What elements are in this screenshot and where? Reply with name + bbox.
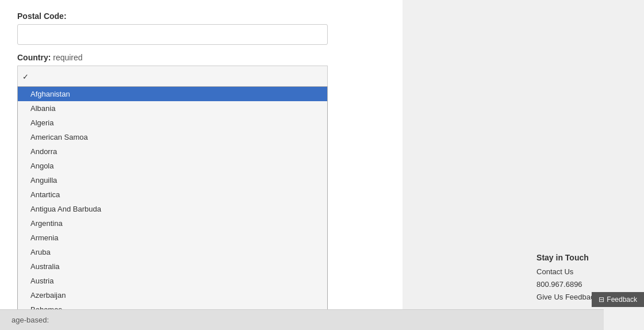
feedback-icon: ⊟ <box>599 296 604 304</box>
list-item[interactable]: Argentina <box>18 216 327 231</box>
stay-in-touch-section: Stay in Touch Contact Us 800.967.6896 Gi… <box>536 253 598 304</box>
list-item[interactable]: Anguilla <box>18 173 327 187</box>
postal-code-label: Postal Code: <box>17 11 385 21</box>
stay-in-touch-title: Stay in Touch <box>536 253 598 262</box>
feedback-label: Feedback <box>607 296 637 304</box>
list-item[interactable]: Albania <box>18 101 327 116</box>
contact-us-link[interactable]: Contact Us <box>536 266 598 278</box>
postal-code-group: Postal Code: <box>17 11 385 45</box>
list-item[interactable]: Afghanistan <box>18 87 327 101</box>
list-item[interactable]: Armenia <box>18 231 327 245</box>
country-label: Country: required <box>17 53 385 62</box>
list-item[interactable]: American Samoa <box>18 130 327 144</box>
list-item[interactable]: Antigua And Barbuda <box>18 202 327 216</box>
list-item[interactable]: Algeria <box>18 116 327 130</box>
bottom-text: age-based: <box>12 316 49 324</box>
list-item[interactable]: Antartica <box>18 187 327 202</box>
list-item[interactable]: Andorra <box>18 144 327 159</box>
feedback-button[interactable]: ⊟ Feedback <box>592 292 644 307</box>
list-item[interactable]: Australia <box>18 259 327 274</box>
bottom-bar: age-based: <box>0 309 604 330</box>
list-item[interactable]: Austria <box>18 274 327 288</box>
feedback-link[interactable]: Give Us Feedback <box>536 291 598 304</box>
country-section: Country: required ✓ AfghanistanAlbaniaAl… <box>17 53 385 330</box>
form-area: Postal Code: Country: required ✓ Afghani… <box>0 0 402 330</box>
country-select-bar[interactable]: ✓ <box>17 66 328 86</box>
list-item[interactable]: Aruba <box>18 245 327 259</box>
checkmark-icon: ✓ <box>22 72 29 80</box>
list-item[interactable]: Azerbaijan <box>18 288 327 302</box>
postal-code-input[interactable] <box>17 24 328 45</box>
country-dropdown-container: ✓ AfghanistanAlbaniaAlgeriaAmerican Samo… <box>17 66 328 330</box>
list-item[interactable]: Angola <box>18 159 327 173</box>
country-listbox[interactable]: AfghanistanAlbaniaAlgeriaAmerican SamoaA… <box>17 86 328 330</box>
page-wrapper: Postal Code: Country: required ✓ Afghani… <box>0 0 644 330</box>
phone-number: 800.967.6896 <box>536 278 598 291</box>
